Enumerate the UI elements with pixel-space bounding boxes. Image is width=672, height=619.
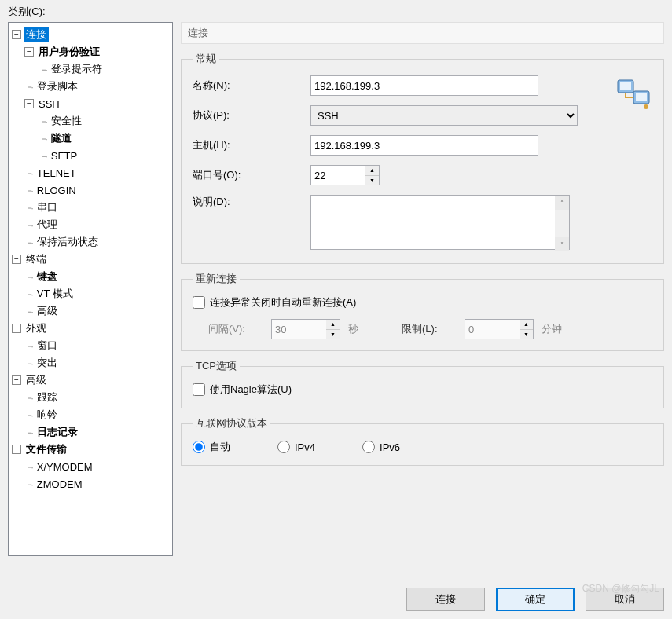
name-input[interactable] <box>310 75 538 96</box>
tree-branch-icon: ├· <box>39 133 47 145</box>
collapse-icon[interactable]: − <box>24 99 34 108</box>
tree-node-keepalive[interactable]: 保持活动状态 <box>35 234 101 250</box>
tree-node-security[interactable]: 安全性 <box>49 113 84 129</box>
reconnect-group: 重新连接 连接异常关闭时自动重新连接(A) 间隔(V): ▲▼ 秒 限制(L): <box>181 272 664 351</box>
tree-branch-icon: ├· <box>39 115 47 127</box>
port-label: 端口号(O): <box>193 168 310 182</box>
reconnect-legend: 重新连接 <box>193 272 240 286</box>
tree-branch-icon: ├· <box>24 392 33 404</box>
collapse-icon[interactable]: − <box>24 47 34 57</box>
interval-input <box>271 319 326 339</box>
tree-node-rlogin[interactable]: RLOGIN <box>35 184 79 197</box>
ipv6-radio[interactable] <box>362 441 375 453</box>
ip-auto-radio[interactable] <box>193 441 205 453</box>
tree-node-keyboard[interactable]: 键盘 <box>35 269 60 284</box>
tree-node-trace[interactable]: 跟踪 <box>35 390 60 405</box>
tree-node-connection[interactable]: 连接 <box>24 27 49 42</box>
tree-branch-icon: └· <box>24 478 33 490</box>
tree-branch-icon: ├· <box>24 185 33 196</box>
tree-node-serial[interactable]: 串口 <box>35 200 60 215</box>
protocol-select[interactable]: SSH <box>310 105 578 126</box>
limit-label: 限制(L): <box>402 322 457 336</box>
ip-auto-label: 自动 <box>210 440 230 454</box>
desc-textarea[interactable] <box>310 195 570 250</box>
tree-node-telnet[interactable]: TELNET <box>35 167 79 180</box>
tree-branch-icon: ├· <box>24 461 33 473</box>
auto-reconnect-label: 连接异常关闭时自动重新连接(A) <box>210 295 356 310</box>
tree-node-appearance[interactable]: 外观 <box>24 320 49 336</box>
tree-node-highlight[interactable]: 突出 <box>35 355 60 371</box>
protocol-label: 协议(P): <box>193 108 310 123</box>
svg-rect-1 <box>620 82 631 90</box>
tree-node-vtmode[interactable]: VT 模式 <box>35 286 75 302</box>
desc-label: 说明(D): <box>193 195 310 209</box>
collapse-icon[interactable]: − <box>12 255 21 264</box>
nagle-label: 使用Nagle算法(U) <box>210 383 292 397</box>
general-group: 常规 名称(N): 协议(P): <box>181 52 664 264</box>
tree-node-advanced[interactable]: 高级 <box>24 372 49 388</box>
tcp-group: TCP选项 使用Nagle算法(U) <box>181 359 664 408</box>
collapse-icon[interactable]: − <box>12 445 21 454</box>
tree-node-xymodem[interactable]: X/YMODEM <box>35 460 95 474</box>
tree-branch-icon: ├· <box>24 340 33 352</box>
tree-node-terminal[interactable]: 终端 <box>24 251 49 267</box>
tree-branch-icon: ├· <box>24 288 33 300</box>
interval-unit: 秒 <box>348 322 380 336</box>
svg-point-4 <box>644 104 648 109</box>
ipv4-radio[interactable] <box>277 441 290 453</box>
tree-node-tunnel[interactable]: 隧道 <box>49 130 74 146</box>
svg-rect-3 <box>636 93 647 101</box>
tree-node-ssh[interactable]: SSH <box>36 97 62 111</box>
collapse-icon[interactable]: − <box>12 375 21 385</box>
tree-branch-icon: ├· <box>24 271 33 283</box>
port-input[interactable] <box>310 165 365 185</box>
tree-branch-icon: └· <box>24 236 33 248</box>
category-tree[interactable]: −连接 −用户身份验证 └·登录提示符 ├·登录脚本 −SSH ├·安全性 ├·… <box>8 22 173 556</box>
tree-node-bell[interactable]: 响铃 <box>35 407 60 423</box>
ipv6-label: IPv6 <box>380 441 400 453</box>
tree-node-login-script[interactable]: 登录脚本 <box>35 79 80 94</box>
ipversion-group: 互联网协议版本 自动 IPv4 IPv6 <box>181 416 664 466</box>
network-icon <box>616 79 652 110</box>
tree-branch-icon: ├· <box>24 219 33 231</box>
tree-branch-icon: └· <box>39 64 47 75</box>
general-legend: 常规 <box>193 52 219 66</box>
collapse-icon[interactable]: − <box>12 30 21 39</box>
tree-branch-icon: ├· <box>24 409 33 421</box>
tree-branch-icon: ├· <box>24 202 33 214</box>
tcp-legend: TCP选项 <box>193 359 240 373</box>
host-label: 主机(H): <box>193 138 310 152</box>
host-input[interactable] <box>310 135 538 156</box>
tree-branch-icon: └· <box>24 306 33 317</box>
tree-branch-icon: ├· <box>24 167 33 179</box>
limit-spinner: ▲▼ <box>520 319 534 339</box>
tree-node-advanced-term[interactable]: 高级 <box>35 303 60 319</box>
nagle-checkbox[interactable] <box>193 383 205 396</box>
connect-button[interactable]: 连接 <box>406 588 485 611</box>
ipversion-legend: 互联网协议版本 <box>193 416 270 430</box>
textarea-scrollbar[interactable]: ˄˅ <box>555 196 569 251</box>
name-label: 名称(N): <box>193 79 310 93</box>
tree-node-login-prompt[interactable]: 登录提示符 <box>49 61 105 77</box>
tree-branch-icon: └· <box>24 357 33 369</box>
auto-reconnect-checkbox[interactable] <box>193 296 205 309</box>
ok-button[interactable]: 确定 <box>496 588 575 611</box>
port-spinner[interactable]: ▲▼ <box>365 165 380 185</box>
cancel-button[interactable]: 取消 <box>586 588 664 611</box>
collapse-icon[interactable]: − <box>12 324 21 333</box>
panel-title: 连接 <box>181 22 664 44</box>
tree-node-sftp[interactable]: SFTP <box>49 149 79 163</box>
limit-input <box>465 319 520 339</box>
tree-node-auth[interactable]: 用户身份验证 <box>36 44 102 60</box>
tree-node-file-transfer[interactable]: 文件传输 <box>24 441 69 457</box>
tree-node-zmodem[interactable]: ZMODEM <box>35 478 85 491</box>
tree-node-proxy[interactable]: 代理 <box>35 217 60 233</box>
interval-spinner: ▲▼ <box>326 319 340 339</box>
limit-unit: 分钟 <box>542 322 573 336</box>
category-label: 类别(C): <box>8 5 664 19</box>
tree-node-logging[interactable]: 日志记录 <box>35 424 80 440</box>
interval-label: 间隔(V): <box>208 322 263 336</box>
tree-branch-icon: ├· <box>24 81 33 93</box>
tree-branch-icon: └· <box>24 427 33 438</box>
tree-node-window[interactable]: 窗口 <box>35 338 60 353</box>
